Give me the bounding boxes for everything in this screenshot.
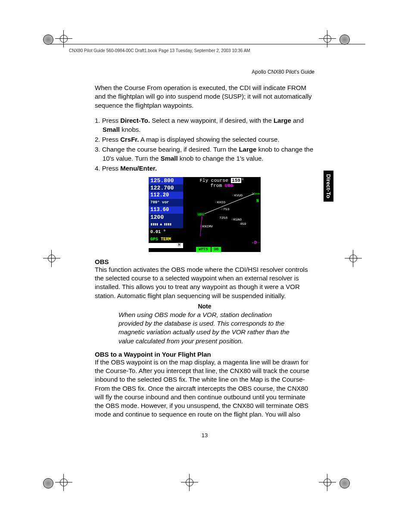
wpt-knimv: KNIMV — [200, 224, 213, 228]
wpt-khio: KHIO — [215, 200, 225, 204]
kw-large: Large — [239, 146, 256, 153]
wpt-ubg: UBG — [197, 212, 205, 216]
xpdr-code: 1200 — [149, 214, 183, 221]
wpt-kvuo: KVUO — [232, 193, 243, 197]
wpt-kuao: KUAO — [231, 218, 242, 221]
term-label: TERM — [158, 237, 171, 242]
wpt-7256: 7256 — [219, 216, 227, 220]
reg-mark-bottom-left — [43, 478, 69, 504]
reg-mark-top-left — [43, 34, 69, 60]
softkey-row: WPTS DB — [183, 247, 261, 252]
wpt-459: 459 — [240, 222, 246, 226]
com-active: 125.800 — [149, 177, 183, 184]
display-left-column: 125.800 122.700 112.20 709° vor 113.60 1… — [149, 177, 183, 252]
reg-mark-bottom-right — [319, 478, 345, 504]
running-header: Apollo CNX80 Pilot's Guide — [95, 69, 314, 75]
text: 4. Press — [95, 165, 120, 172]
text: 2. Press — [95, 136, 120, 143]
steps-list: 1. Press Direct-To. Select a new waypoin… — [95, 116, 314, 173]
navigator-display-figure: 125.800 122.700 112.20 709° vor 113.60 1… — [149, 177, 261, 252]
text: Select a new waypoint, if desired, with … — [150, 117, 274, 124]
fly-course-line: Fly course 159° — [183, 177, 261, 183]
text: 3. Change the course bearing, if desired… — [95, 146, 239, 153]
step-3: 3. Change the course bearing, if desired… — [95, 145, 314, 163]
obs-heading: OBS — [95, 258, 314, 265]
text: knob to change the 1's value. — [178, 155, 264, 162]
note-label: Note — [95, 303, 314, 310]
text: and — [291, 117, 304, 124]
distance-readout: 0.01 ° — [149, 228, 183, 236]
map-area: KVUO KHIO 753 UBG 7256 KUAO 459 KNIMV — [185, 191, 259, 246]
note-body: When using OBS mode for a VOR, station d… — [118, 311, 291, 345]
step-1: 1. Press Direct-To. Select a new waypoin… — [95, 116, 314, 134]
text: Fly course — [199, 178, 231, 183]
kw-small: Small — [103, 126, 120, 133]
text: 1. Press — [95, 117, 120, 124]
intro-paragraph: When the Course From operation is execut… — [95, 84, 314, 110]
from-line: from UBG — [183, 183, 261, 188]
text: A map is displayed showing the selected … — [139, 136, 280, 143]
kw-crsfr: CrsFr. — [120, 136, 139, 143]
m-indicator: M — [149, 243, 183, 248]
display-map-panel: Fly course 159° from UBG 30nm N KVUO KHI… — [183, 177, 261, 252]
nav-standby: 113.60 — [149, 206, 183, 214]
kw-direct-to: Direct-To. — [120, 117, 150, 124]
obs-waypoint-heading: OBS to a Waypoint in Your Flight Plan — [95, 351, 314, 358]
wpt-753: 753 — [221, 207, 229, 211]
page-number: 13 — [95, 432, 314, 439]
kw-menu-enter: Menu/Enter. — [120, 165, 157, 172]
waypoint-id: UBG — [225, 183, 234, 188]
kw-large: Large — [274, 117, 291, 124]
obs-paragraph: This function activates the OBS mode whe… — [95, 265, 314, 300]
text: from — [211, 183, 225, 188]
degree-symbol: ° — [241, 178, 244, 183]
page-content: Apollo CNX80 Pilot's Guide When the Cour… — [95, 69, 314, 439]
nav-ident: 709° vor — [149, 199, 183, 206]
text: knobs. — [120, 126, 140, 133]
direct-to-indicator: -D→ — [251, 240, 260, 245]
softkey-wpts: WPTS — [196, 247, 211, 252]
side-tab-direct-to: Direct-To — [324, 171, 333, 202]
nav-active: 112.20 — [149, 192, 183, 199]
book-file-header: CNX80 Pilot Guide 560-0984-00C Draft1.bo… — [69, 48, 250, 53]
kw-small: Small — [161, 155, 178, 162]
reg-mark-mid-left — [43, 254, 69, 280]
gps-mode: GPS TERM — [149, 236, 183, 243]
com-standby: 122.700 — [149, 184, 183, 192]
course-value: 159 — [231, 178, 241, 183]
course-line-white — [202, 193, 254, 215]
gps-label: GPS — [150, 237, 158, 242]
reg-mark-mid-right — [345, 254, 371, 280]
step-2: 2. Press CrsFr. A map is displayed showi… — [95, 135, 314, 144]
step-4: 4. Press Menu/Enter. — [95, 164, 314, 173]
header-rule — [47, 44, 365, 44]
reg-mark-top-right — [319, 34, 345, 60]
cdi-scale: ▮▮▮▮ ▲ ▮▮▮▮ — [149, 221, 183, 228]
obs-waypoint-paragraph: If the OBS waypoint is on the map displa… — [95, 358, 314, 419]
softkey-db: DB — [212, 247, 221, 252]
reg-mark-bottom-center — [181, 478, 207, 504]
